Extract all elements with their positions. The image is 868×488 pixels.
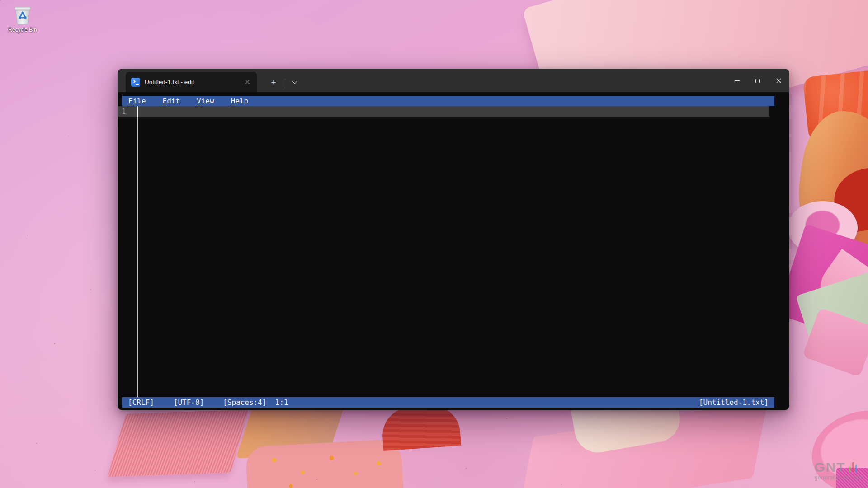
desktop: Recycle Bin Untitled-1.txt - edit + bbox=[0, 0, 868, 488]
powershell-icon bbox=[131, 78, 140, 87]
tab-title: Untitled-1.txt - edit bbox=[145, 79, 241, 85]
recycle-bin[interactable]: Recycle Bin bbox=[5, 4, 41, 33]
close-icon bbox=[776, 78, 782, 84]
text-cursor bbox=[137, 106, 138, 397]
current-line-highlight: 1 bbox=[118, 106, 769, 117]
close-icon bbox=[245, 80, 250, 84]
window-controls bbox=[726, 69, 789, 92]
chevron-down-icon bbox=[292, 79, 297, 84]
maximize-icon bbox=[755, 79, 760, 83]
editor-area[interactable]: File Edit View Help 1 [CRLF] [UTF-8] [Sp… bbox=[118, 92, 789, 410]
watermark-bars-icon bbox=[849, 462, 857, 473]
line-number: 1 bbox=[118, 107, 126, 116]
wallpaper-shape-blob bbox=[245, 439, 404, 488]
tab-close-button[interactable] bbox=[241, 76, 253, 88]
watermark-title: GNT bbox=[814, 461, 845, 473]
titlebar-divider bbox=[285, 79, 285, 89]
menu-bar: File Edit View Help bbox=[122, 96, 774, 106]
minimize-icon bbox=[735, 80, 740, 81]
watermark: GNT génération-nt.com bbox=[814, 461, 862, 481]
menu-edit[interactable]: Edit bbox=[163, 97, 180, 105]
status-cursor-position[interactable]: 1:1 bbox=[275, 398, 288, 407]
status-indentation[interactable]: [Spaces:4] bbox=[223, 398, 266, 407]
wallpaper-shape-ribbed-block bbox=[108, 410, 249, 477]
terminal-window: Untitled-1.txt - edit + File Edit View H… bbox=[118, 69, 789, 410]
tab-untitled[interactable]: Untitled-1.txt - edit bbox=[126, 72, 257, 92]
recycle-bin-icon bbox=[13, 4, 33, 25]
titlebar[interactable]: Untitled-1.txt - edit + bbox=[118, 69, 789, 92]
menu-file[interactable]: File bbox=[128, 97, 146, 105]
status-encoding[interactable]: [UTF-8] bbox=[174, 398, 204, 407]
plus-icon: + bbox=[271, 78, 276, 87]
status-filename: [Untitled-1.txt] bbox=[699, 398, 769, 407]
wallpaper-speckles bbox=[0, 0, 1, 1]
maximize-button[interactable] bbox=[747, 69, 768, 92]
watermark-subtitle: génération-nt.com bbox=[814, 474, 862, 481]
close-button[interactable] bbox=[768, 69, 789, 92]
menu-view[interactable]: View bbox=[197, 97, 214, 105]
menu-help[interactable]: Help bbox=[231, 97, 249, 105]
wallpaper-shape-red-arch bbox=[381, 404, 461, 451]
status-line-ending[interactable]: [CRLF] bbox=[128, 398, 154, 407]
minimize-button[interactable] bbox=[726, 69, 747, 92]
new-tab-button[interactable]: + bbox=[265, 74, 282, 91]
status-bar: [CRLF] [UTF-8] [Spaces:4] 1:1 [Untitled-… bbox=[122, 397, 774, 408]
recycle-bin-label: Recycle Bin bbox=[8, 27, 37, 33]
tab-dropdown-button[interactable] bbox=[286, 74, 303, 91]
